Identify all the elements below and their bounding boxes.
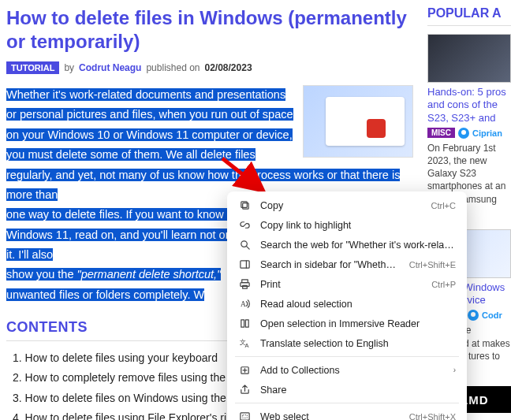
print-icon	[238, 278, 251, 291]
svg-text:A: A	[240, 300, 245, 308]
context-menu-shortcut: Ctrl+P	[431, 280, 456, 289]
svg-rect-18	[242, 415, 247, 418]
context-menu-label: Translate selection to English	[260, 338, 456, 349]
page-title: How to delete files in Windows (permanen…	[6, 6, 413, 54]
user-icon	[458, 128, 469, 139]
context-menu-item[interactable]: Share	[227, 380, 467, 400]
svg-line-5	[246, 246, 249, 249]
context-menu-item[interactable]: Open selection in Immersive Reader	[227, 314, 467, 333]
read-icon: A	[238, 298, 251, 310]
webselect-icon	[238, 411, 251, 421]
reader-icon	[238, 318, 251, 330]
sidebar-author[interactable]: Ciprian	[472, 128, 502, 138]
sidebar-card: Hands-on: 5 pros and cons of the S23, S2…	[427, 34, 511, 218]
tutorial-badge: TUTORIAL	[6, 61, 59, 74]
user-icon	[468, 310, 479, 321]
sidebar-heading: POPULAR A	[427, 6, 511, 26]
context-menu-separator	[235, 403, 459, 403]
by-label: by	[64, 62, 74, 73]
context-menu-item[interactable]: Search in sidebar for "Whether it's work…	[227, 255, 467, 274]
svg-rect-17	[240, 413, 248, 420]
context-menu-shortcut: Ctrl+C	[431, 201, 456, 210]
published-label: published on	[146, 62, 200, 73]
context-menu-label: Web select	[260, 411, 400, 421]
svg-rect-3	[241, 202, 247, 208]
context-menu-shortcut: Ctrl+Shift+X	[409, 412, 456, 421]
context-menu-label: Share	[260, 385, 456, 396]
context-menu-label: Add to Collections	[260, 365, 444, 376]
context-menu-label: Search in sidebar for "Whether it's work…	[260, 259, 400, 270]
context-menu-label: Read aloud selection	[260, 299, 456, 310]
intro-thumbnail	[303, 85, 413, 158]
sidebar-thumb[interactable]	[427, 34, 511, 83]
share-icon	[238, 384, 251, 396]
collections-icon	[238, 364, 251, 377]
context-menu: CopyCtrl+CCopy link to highlightSearch t…	[227, 191, 467, 420]
svg-rect-6	[240, 261, 248, 268]
sidebar-card-title[interactable]: Hands-on: 5 pros and cons of the S23, S2…	[427, 86, 511, 125]
chevron-right-icon: ›	[453, 366, 456, 374]
context-menu-separator	[235, 356, 459, 357]
copy-icon	[238, 199, 251, 212]
context-menu-item[interactable]: Add to Collections›	[227, 360, 467, 380]
context-menu-item[interactable]: CopyCtrl+C	[227, 195, 467, 215]
context-menu-item[interactable]: Copy link to highlight	[227, 215, 467, 235]
published-date: 02/08/2023	[205, 62, 252, 73]
search-icon	[238, 239, 251, 251]
misc-badge: MISC	[427, 128, 455, 138]
context-menu-label: Print	[260, 279, 422, 290]
translate-icon: 文A	[238, 337, 251, 350]
context-menu-label: Open selection in Immersive Reader	[260, 318, 456, 329]
context-menu-label: Search the web for "Whether it's work-re…	[260, 240, 456, 251]
sidebar-author[interactable]: Codr	[482, 310, 502, 320]
svg-rect-2	[242, 203, 248, 210]
context-menu-item[interactable]: ARead aloud selection	[227, 294, 467, 314]
context-menu-label: Copy link to highlight	[260, 220, 456, 231]
article-meta: TUTORIAL by Codrut Neagu published on 02…	[6, 61, 413, 74]
author-link[interactable]: Codrut Neagu	[79, 62, 141, 73]
sidebar-icon	[238, 258, 251, 271]
context-menu-label: Copy	[260, 200, 422, 211]
svg-text:A: A	[244, 342, 248, 349]
link-icon	[238, 219, 251, 232]
svg-rect-10	[242, 285, 247, 288]
context-menu-shortcut: Ctrl+Shift+E	[409, 260, 456, 269]
context-menu-item[interactable]: PrintCtrl+P	[227, 274, 467, 294]
context-menu-item[interactable]: 文ATranslate selection to English	[227, 333, 467, 353]
context-menu-item[interactable]: Web selectCtrl+Shift+X	[227, 407, 467, 420]
context-menu-item[interactable]: Search the web for "Whether it's work-re…	[227, 235, 467, 255]
